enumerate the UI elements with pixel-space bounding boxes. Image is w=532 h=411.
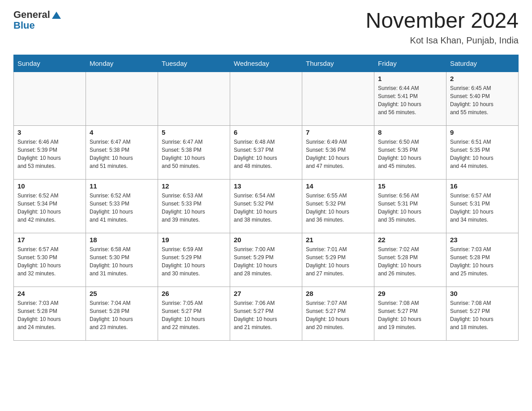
logo-general-text: General <box>13 9 50 21</box>
calendar-week-row: 1Sunrise: 6:44 AM Sunset: 5:41 PM Daylig… <box>14 72 519 125</box>
calendar-cell: 8Sunrise: 6:50 AM Sunset: 5:35 PM Daylig… <box>374 125 446 179</box>
day-number: 15 <box>378 182 442 190</box>
day-number: 26 <box>162 290 226 297</box>
calendar-cell: 6Sunrise: 6:48 AM Sunset: 5:37 PM Daylig… <box>230 125 302 179</box>
day-info: Sunrise: 6:52 AM Sunset: 5:33 PM Dayligh… <box>90 192 154 224</box>
day-info: Sunrise: 6:45 AM Sunset: 5:40 PM Dayligh… <box>450 84 515 116</box>
day-of-week-header: Tuesday <box>158 55 230 72</box>
calendar-header-row: SundayMondayTuesdayWednesdayThursdayFrid… <box>14 55 519 72</box>
day-info: Sunrise: 6:56 AM Sunset: 5:31 PM Dayligh… <box>378 192 442 224</box>
calendar-cell: 1Sunrise: 6:44 AM Sunset: 5:41 PM Daylig… <box>374 72 446 125</box>
day-of-week-header: Thursday <box>302 55 374 72</box>
day-number: 21 <box>306 236 370 244</box>
title-section: November 2024 Kot Isa Khan, Punjab, Indi… <box>365 9 519 46</box>
day-number: 18 <box>90 236 154 244</box>
calendar-cell: 10Sunrise: 6:52 AM Sunset: 5:34 PM Dayli… <box>14 179 86 233</box>
calendar-cell: 3Sunrise: 6:46 AM Sunset: 5:39 PM Daylig… <box>14 125 86 179</box>
day-number: 17 <box>17 236 82 244</box>
calendar-cell: 18Sunrise: 6:58 AM Sunset: 5:30 PM Dayli… <box>86 233 158 287</box>
calendar-cell: 4Sunrise: 6:47 AM Sunset: 5:38 PM Daylig… <box>86 125 158 179</box>
calendar-cell: 15Sunrise: 6:56 AM Sunset: 5:31 PM Dayli… <box>374 179 446 233</box>
day-info: Sunrise: 6:52 AM Sunset: 5:34 PM Dayligh… <box>17 192 82 224</box>
day-info: Sunrise: 7:02 AM Sunset: 5:28 PM Dayligh… <box>378 245 442 278</box>
day-info: Sunrise: 6:49 AM Sunset: 5:36 PM Dayligh… <box>306 138 370 170</box>
calendar-cell: 21Sunrise: 7:01 AM Sunset: 5:29 PM Dayli… <box>302 233 374 287</box>
day-number: 14 <box>306 182 370 190</box>
calendar-cell: 30Sunrise: 7:08 AM Sunset: 5:27 PM Dayli… <box>446 287 519 340</box>
calendar-cell <box>14 72 86 125</box>
day-info: Sunrise: 6:53 AM Sunset: 5:33 PM Dayligh… <box>162 192 226 224</box>
calendar-cell: 7Sunrise: 6:49 AM Sunset: 5:36 PM Daylig… <box>302 125 374 179</box>
logo: General Blue <box>13 9 61 31</box>
day-number: 5 <box>162 128 226 136</box>
day-info: Sunrise: 6:57 AM Sunset: 5:30 PM Dayligh… <box>17 245 82 278</box>
day-info: Sunrise: 7:04 AM Sunset: 5:28 PM Dayligh… <box>90 299 154 331</box>
day-number: 1 <box>378 75 442 82</box>
day-number: 2 <box>450 75 515 82</box>
logo-triangle-icon <box>52 12 61 19</box>
calendar-cell: 29Sunrise: 7:08 AM Sunset: 5:27 PM Dayli… <box>374 287 446 340</box>
calendar-cell: 11Sunrise: 6:52 AM Sunset: 5:33 PM Dayli… <box>86 179 158 233</box>
calendar-week-row: 17Sunrise: 6:57 AM Sunset: 5:30 PM Dayli… <box>14 233 519 287</box>
day-info: Sunrise: 6:48 AM Sunset: 5:37 PM Dayligh… <box>234 138 298 170</box>
day-info: Sunrise: 6:54 AM Sunset: 5:32 PM Dayligh… <box>234 192 298 224</box>
day-number: 19 <box>162 236 226 244</box>
calendar-cell <box>302 72 374 125</box>
page-header: General Blue November 2024 Kot Isa Khan,… <box>13 9 519 46</box>
calendar-cell: 22Sunrise: 7:02 AM Sunset: 5:28 PM Dayli… <box>374 233 446 287</box>
day-info: Sunrise: 7:05 AM Sunset: 5:27 PM Dayligh… <box>162 299 226 331</box>
calendar-cell: 17Sunrise: 6:57 AM Sunset: 5:30 PM Dayli… <box>14 233 86 287</box>
calendar-cell: 27Sunrise: 7:06 AM Sunset: 5:27 PM Dayli… <box>230 287 302 340</box>
day-of-week-header: Friday <box>374 55 446 72</box>
day-info: Sunrise: 7:08 AM Sunset: 5:27 PM Dayligh… <box>450 299 515 331</box>
day-info: Sunrise: 6:51 AM Sunset: 5:35 PM Dayligh… <box>450 138 515 170</box>
calendar-cell: 24Sunrise: 7:03 AM Sunset: 5:28 PM Dayli… <box>14 287 86 340</box>
day-info: Sunrise: 6:58 AM Sunset: 5:30 PM Dayligh… <box>90 245 154 278</box>
day-number: 4 <box>90 128 154 136</box>
day-info: Sunrise: 6:44 AM Sunset: 5:41 PM Dayligh… <box>378 84 442 116</box>
day-info: Sunrise: 6:55 AM Sunset: 5:32 PM Dayligh… <box>306 192 370 224</box>
day-of-week-header: Saturday <box>446 55 519 72</box>
day-info: Sunrise: 7:03 AM Sunset: 5:28 PM Dayligh… <box>17 299 82 331</box>
day-info: Sunrise: 6:50 AM Sunset: 5:35 PM Dayligh… <box>378 138 442 170</box>
day-number: 12 <box>162 182 226 190</box>
calendar-cell: 5Sunrise: 6:47 AM Sunset: 5:38 PM Daylig… <box>158 125 230 179</box>
day-number: 7 <box>306 128 370 136</box>
calendar-cell <box>230 72 302 125</box>
day-number: 24 <box>17 290 82 297</box>
day-number: 16 <box>450 182 515 190</box>
day-info: Sunrise: 7:08 AM Sunset: 5:27 PM Dayligh… <box>378 299 442 331</box>
day-number: 25 <box>90 290 154 297</box>
calendar-cell: 9Sunrise: 6:51 AM Sunset: 5:35 PM Daylig… <box>446 125 519 179</box>
calendar-week-row: 3Sunrise: 6:46 AM Sunset: 5:39 PM Daylig… <box>14 125 519 179</box>
month-title: November 2024 <box>365 9 519 33</box>
day-number: 27 <box>234 290 298 297</box>
day-number: 9 <box>450 128 515 136</box>
calendar-cell: 16Sunrise: 6:57 AM Sunset: 5:31 PM Dayli… <box>446 179 519 233</box>
day-info: Sunrise: 7:07 AM Sunset: 5:27 PM Dayligh… <box>306 299 370 331</box>
calendar-cell: 20Sunrise: 7:00 AM Sunset: 5:29 PM Dayli… <box>230 233 302 287</box>
calendar-cell: 19Sunrise: 6:59 AM Sunset: 5:29 PM Dayli… <box>158 233 230 287</box>
calendar-cell <box>158 72 230 125</box>
day-number: 23 <box>450 236 515 244</box>
logo-blue-text: Blue <box>13 20 61 31</box>
calendar-cell: 28Sunrise: 7:07 AM Sunset: 5:27 PM Dayli… <box>302 287 374 340</box>
day-number: 30 <box>450 290 515 297</box>
day-info: Sunrise: 6:46 AM Sunset: 5:39 PM Dayligh… <box>17 138 82 170</box>
day-of-week-header: Monday <box>86 55 158 72</box>
calendar-cell: 14Sunrise: 6:55 AM Sunset: 5:32 PM Dayli… <box>302 179 374 233</box>
calendar-cell: 13Sunrise: 6:54 AM Sunset: 5:32 PM Dayli… <box>230 179 302 233</box>
calendar-week-row: 10Sunrise: 6:52 AM Sunset: 5:34 PM Dayli… <box>14 179 519 233</box>
day-number: 13 <box>234 182 298 190</box>
location-title: Kot Isa Khan, Punjab, India <box>365 35 519 46</box>
day-info: Sunrise: 6:47 AM Sunset: 5:38 PM Dayligh… <box>162 138 226 170</box>
calendar-cell: 23Sunrise: 7:03 AM Sunset: 5:28 PM Dayli… <box>446 233 519 287</box>
day-info: Sunrise: 6:57 AM Sunset: 5:31 PM Dayligh… <box>450 192 515 224</box>
day-info: Sunrise: 7:00 AM Sunset: 5:29 PM Dayligh… <box>234 245 298 278</box>
day-number: 28 <box>306 290 370 297</box>
day-number: 29 <box>378 290 442 297</box>
calendar-cell: 26Sunrise: 7:05 AM Sunset: 5:27 PM Dayli… <box>158 287 230 340</box>
calendar-cell: 12Sunrise: 6:53 AM Sunset: 5:33 PM Dayli… <box>158 179 230 233</box>
calendar-week-row: 24Sunrise: 7:03 AM Sunset: 5:28 PM Dayli… <box>14 287 519 340</box>
day-number: 11 <box>90 182 154 190</box>
